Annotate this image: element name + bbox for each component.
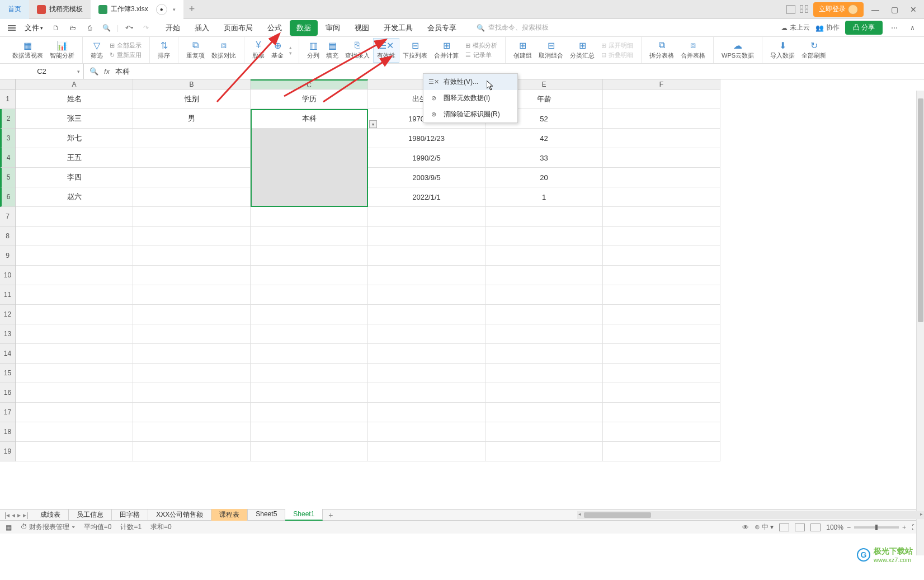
formula-input[interactable]: 本科: [115, 67, 130, 77]
cell-E18[interactable]: [485, 422, 603, 442]
reapply-button[interactable]: ↻重新应用: [110, 51, 142, 59]
validation-dropdown-icon[interactable]: ▾: [369, 120, 377, 128]
expand-button[interactable]: ⊞展开明细: [601, 41, 633, 50]
sheet-prev-icon[interactable]: ◂: [12, 511, 15, 519]
cell-A2[interactable]: 张三: [16, 109, 133, 129]
cell-B10[interactable]: [133, 266, 251, 285]
tab-home[interactable]: 首页: [0, 0, 29, 19]
row-header-17[interactable]: 17: [0, 403, 15, 422]
horizontal-scrollbar[interactable]: ◂ ▸: [577, 511, 924, 519]
cell-E5[interactable]: 20: [485, 168, 603, 187]
scroll-left-icon[interactable]: ◂: [578, 511, 581, 517]
sheet-tab-1[interactable]: 员工信息: [69, 509, 112, 521]
split-button[interactable]: ▥分列: [304, 38, 323, 63]
coop-button[interactable]: 👥 协作: [815, 23, 840, 32]
subtotal-button[interactable]: ⊞分类汇总: [567, 38, 598, 63]
row-header-3[interactable]: 3: [0, 129, 15, 148]
cell-A13[interactable]: [16, 324, 133, 344]
cell-F4[interactable]: [603, 148, 720, 168]
cell-A6[interactable]: 赵六: [16, 187, 133, 207]
cell-D4[interactable]: 1990/2/5: [368, 148, 485, 168]
cell-C14[interactable]: [251, 344, 368, 364]
cell-B17[interactable]: [133, 403, 251, 422]
cell-E19[interactable]: [485, 442, 603, 461]
split-table-button[interactable]: ⧉拆分表格: [646, 38, 677, 63]
cell-B18[interactable]: [133, 422, 251, 442]
grid-body[interactable]: 姓名性别学历出生日期年龄张三男本科1970/12/3052郑七1980/12/2…: [16, 89, 720, 461]
cell-C7[interactable]: [251, 207, 368, 227]
cell-B11[interactable]: [133, 285, 251, 305]
cell-C3[interactable]: [251, 129, 368, 148]
login-button[interactable]: 立即登录: [813, 2, 864, 17]
cell-A10[interactable]: [16, 266, 133, 285]
menu-tab-2[interactable]: 页面布局: [217, 20, 260, 36]
cell-F5[interactable]: [603, 168, 720, 187]
cell-E12[interactable]: [485, 305, 603, 324]
scroll-right-icon[interactable]: ▸: [920, 511, 923, 517]
cell-F16[interactable]: [603, 383, 720, 403]
cell-B13[interactable]: [133, 324, 251, 344]
cell-A17[interactable]: [16, 403, 133, 422]
cell-D5[interactable]: 2003/9/5: [368, 168, 485, 187]
tab-dropdown-icon[interactable]: ▾: [173, 7, 176, 12]
cell-F7[interactable]: [603, 207, 720, 227]
row-header-10[interactable]: 10: [0, 266, 15, 285]
cell-A7[interactable]: [16, 207, 133, 227]
cell-C5[interactable]: [251, 168, 368, 187]
redo-icon[interactable]: ↷: [140, 22, 152, 34]
tab-add-button[interactable]: +: [183, 3, 201, 15]
menu-tab-6[interactable]: 视图: [348, 20, 376, 36]
vertical-scrollbar-thumb[interactable]: [918, 98, 923, 322]
menu-item-clear-circles[interactable]: ⊗ 清除验证标识圈(R): [423, 106, 517, 122]
more-icon[interactable]: ⋯: [888, 22, 901, 34]
cell-B14[interactable]: [133, 344, 251, 364]
ime-icon[interactable]: ⊕ 中 ▾: [755, 522, 774, 532]
validity-button[interactable]: ☰✕有效性: [373, 38, 399, 63]
cell-E3[interactable]: 42: [485, 129, 603, 148]
menu-tab-8[interactable]: 会员专享: [421, 20, 463, 36]
reading-mode-icon[interactable]: 👁: [742, 524, 749, 531]
col-header-F[interactable]: F: [603, 79, 720, 89]
cloud-status[interactable]: ☁ 未上云: [781, 23, 810, 32]
cell-B16[interactable]: [133, 383, 251, 403]
cell-C13[interactable]: [251, 324, 368, 344]
row-header-14[interactable]: 14: [0, 344, 15, 364]
sheet-tab-0[interactable]: 成绩表: [32, 509, 69, 521]
tab-modified-icon[interactable]: ●: [156, 4, 167, 15]
cell-B2[interactable]: 男: [133, 109, 251, 129]
cell-B4[interactable]: [133, 148, 251, 168]
cell-E16[interactable]: [485, 383, 603, 403]
cell-D13[interactable]: [368, 324, 485, 344]
grid-apps-icon[interactable]: [800, 5, 809, 14]
row-header-6[interactable]: 6: [0, 187, 15, 207]
cell-C16[interactable]: [251, 383, 368, 403]
sheet-tab-6[interactable]: Sheet1: [285, 509, 323, 521]
col-header-B[interactable]: B: [133, 79, 251, 89]
row-header-2[interactable]: 2: [0, 109, 15, 129]
cell-A18[interactable]: [16, 422, 133, 442]
cell-B5[interactable]: [133, 168, 251, 187]
sheet-tab-5[interactable]: Sheet5: [248, 509, 285, 521]
hamburger-icon[interactable]: [6, 22, 18, 34]
cell-F13[interactable]: [603, 324, 720, 344]
cell-E7[interactable]: [485, 207, 603, 227]
cell-D10[interactable]: [368, 266, 485, 285]
spreadsheet-grid[interactable]: 12345678910111213141516171819 ABCDEF 姓名性…: [0, 79, 924, 509]
cell-B8[interactable]: [133, 227, 251, 246]
row-header-8[interactable]: 8: [0, 227, 15, 246]
close-button[interactable]: ✕: [906, 2, 921, 17]
merge-table-button[interactable]: ⧈合并表格: [677, 38, 709, 63]
menu-tab-0[interactable]: 开始: [159, 20, 187, 36]
cell-F17[interactable]: [603, 403, 720, 422]
cell-E4[interactable]: 33: [485, 148, 603, 168]
cell-A11[interactable]: [16, 285, 133, 305]
cell-F10[interactable]: [603, 266, 720, 285]
search-box[interactable]: 🔍 查找命令、搜索模板: [477, 23, 549, 32]
smart-button[interactable]: 📊智能分析: [46, 38, 78, 63]
cell-D12[interactable]: [368, 305, 485, 324]
merge-button[interactable]: ⊞合并计算: [431, 38, 462, 63]
preview-icon[interactable]: 🔍: [100, 22, 112, 34]
menu-tab-4[interactable]: 数据: [290, 20, 318, 36]
cell-B6[interactable]: [133, 187, 251, 207]
minimize-button[interactable]: —: [868, 2, 883, 17]
